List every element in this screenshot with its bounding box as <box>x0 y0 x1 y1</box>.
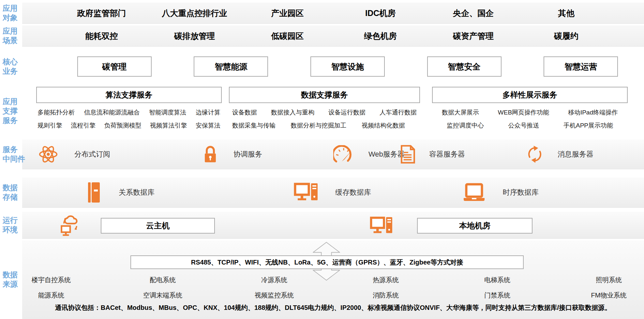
source-system: 热源系统 <box>330 276 442 284</box>
support-item: 边缘计算 <box>196 108 220 117</box>
source-system: 消防系统 <box>330 291 442 300</box>
label-data-storage: 数据 存储 <box>3 183 25 202</box>
architecture-diagram: 应用 对象 应用 场景 核心 业务 应用 支撑 服务 服务 中间件 数据 存储 … <box>0 0 644 319</box>
support-item: 规则引擎 <box>37 121 62 130</box>
target-item: IDC机房 <box>334 8 427 19</box>
label-line: 对象 <box>3 13 25 23</box>
connection-methods-bar: RS485、TCP/IP、WIFI、无线NB、LoRa、5G、运营商（GPRS）… <box>130 255 524 269</box>
support-item: 移动IPad终端操作 <box>568 108 618 117</box>
scenario-item: 碳排放管理 <box>148 31 241 41</box>
desktop-tower-icon <box>369 216 394 236</box>
lock-icon <box>202 144 219 164</box>
target-item: 产业园区 <box>241 8 334 19</box>
middleware-item: 协调服务 <box>202 140 262 169</box>
target-item: 央企、国企 <box>427 8 520 19</box>
atom-icon <box>38 144 58 164</box>
label-line: 业务 <box>3 67 25 76</box>
application-scenarios-row: 能耗双控 碳排放管理 低碳园区 绿色机房 碳资产管理 碳履约 <box>55 25 613 46</box>
cloud-monitor-icon <box>60 214 82 236</box>
source-system: 照明系统 <box>553 276 644 284</box>
middleware-label: 分布式订阅 <box>74 149 110 159</box>
label-line: 运行 <box>3 216 25 225</box>
support-group-title: 数据支撑服务 <box>229 87 420 103</box>
label-line: 核心 <box>3 57 25 67</box>
label-line: 数据 <box>3 183 25 192</box>
support-item: 监控调度中心 <box>447 121 484 130</box>
support-item: 设备运行数据 <box>328 108 366 117</box>
middleware-item: 容器服务器 <box>399 140 465 169</box>
label-line: 中间件 <box>3 154 25 164</box>
document-icon <box>399 144 416 164</box>
middleware-label: 协调服务 <box>233 149 262 159</box>
storage-label: 缓存数据库 <box>335 188 371 197</box>
support-group-title: 算法支撑服务 <box>36 87 222 103</box>
support-item: 设备数据 <box>232 108 257 117</box>
target-item: 政府监管部门 <box>55 8 148 19</box>
scenario-item: 低碳园区 <box>241 31 334 41</box>
core-box: 智慧设施 <box>310 56 385 77</box>
scenario-item: 能耗双控 <box>55 31 148 41</box>
middleware-item: 分布式订阅 <box>38 140 110 169</box>
desktop-tower-icon <box>293 182 319 203</box>
label-line: 服务 <box>3 145 25 154</box>
application-targets-row: 政府监管部门 八大重点控排行业 产业园区 IDC机房 央企、国企 其他 <box>55 3 613 23</box>
target-item: 其他 <box>520 8 613 19</box>
support-item: 安保算法 <box>196 121 220 130</box>
storage-label: 时序数据库 <box>503 188 539 197</box>
source-system: 电梯系统 <box>442 276 553 284</box>
support-group-display: 多样性展示服务 数据大屏展示 WEB网页操作功能 移动IPad终端操作 监控调度… <box>432 87 628 130</box>
label-line: 应用 <box>3 26 25 36</box>
support-item: 数据分析与挖掘加工 <box>291 121 347 130</box>
laptop-icon <box>462 182 486 203</box>
core-box: 碳管理 <box>77 56 152 77</box>
support-item: 智能调度算法 <box>149 108 186 117</box>
core-box: 智慧能源 <box>194 56 268 77</box>
middleware-label: 容器服务器 <box>429 149 465 159</box>
target-item: 八大重点控排行业 <box>148 8 241 19</box>
support-item: 人车通行数据 <box>380 108 417 117</box>
source-system: 配电系统 <box>107 276 218 284</box>
storage-item: 时序数据库 <box>462 177 539 207</box>
label-support-services: 应用 支撑 服务 <box>3 97 25 125</box>
core-box: 智慧运营 <box>544 56 618 77</box>
middleware-item: 消息服务器 <box>526 140 593 169</box>
support-item: 数据接入与重构 <box>271 108 314 117</box>
source-system: 楼宇自控系统 <box>0 276 107 284</box>
core-business-row: 碳管理 智慧能源 智慧设施 智慧安全 智慧运营 <box>56 49 639 84</box>
support-item: 视频结构化数据 <box>362 121 405 130</box>
storage-item: 关系数据库 <box>87 177 155 207</box>
label-line: 服务 <box>3 116 25 125</box>
support-group-title: 多样性展示服务 <box>432 87 628 103</box>
sync-icon <box>526 144 544 164</box>
runtime-box-local-server-room: 本地机房 <box>417 218 532 234</box>
scenario-item: 绿色机房 <box>334 31 427 41</box>
source-system: 能源系统 <box>0 291 107 300</box>
label-core-business: 核心 业务 <box>3 57 25 76</box>
label-line: 存储 <box>3 192 25 202</box>
label-application-scenarios: 应用 场景 <box>3 26 25 45</box>
label-line: 支撑 <box>3 106 25 116</box>
support-item: 公众号推送 <box>508 121 539 130</box>
label-middleware: 服务 中间件 <box>3 145 25 164</box>
support-item: 信息流和能源流融合 <box>84 108 140 117</box>
support-item: 手机APP展示功能 <box>563 121 613 130</box>
source-systems-row-1: 楼宇自控系统 配电系统 冷源系统 热源系统 电梯系统 照明系统 <box>0 276 644 284</box>
label-line: 应用 <box>3 4 25 13</box>
runtime-box-cloud-host: 云主机 <box>101 218 215 234</box>
storage-item: 缓存数据库 <box>293 177 371 207</box>
storage-label: 关系数据库 <box>119 188 155 197</box>
source-system: 冷源系统 <box>218 276 330 284</box>
label-line: 场景 <box>3 36 25 45</box>
middleware-item: Web服务器 <box>333 140 405 169</box>
support-item: 多能拓扑分析 <box>37 108 75 117</box>
support-item: 流程引擎 <box>71 121 96 130</box>
source-systems-row-2: 能源系统 空调末端系统 视频监控系统 消防系统 门禁系统 FM物业系统 <box>0 291 644 300</box>
support-item: 数据采集与传输 <box>232 121 276 130</box>
book-icon <box>87 182 100 203</box>
label-line: 应用 <box>3 97 25 106</box>
protocols-note: 通讯协议包括：BACet、Modbus、MBus、OPC、KNX、104规约、1… <box>22 303 644 312</box>
source-system: 视频监控系统 <box>218 291 330 300</box>
label-runtime-env: 运行 环境 <box>3 216 25 235</box>
support-group-data: 数据支撑服务 设备数据 数据接入与重构 设备运行数据 人车通行数据 数据采集与传… <box>229 87 420 130</box>
gauge-icon <box>333 145 354 163</box>
